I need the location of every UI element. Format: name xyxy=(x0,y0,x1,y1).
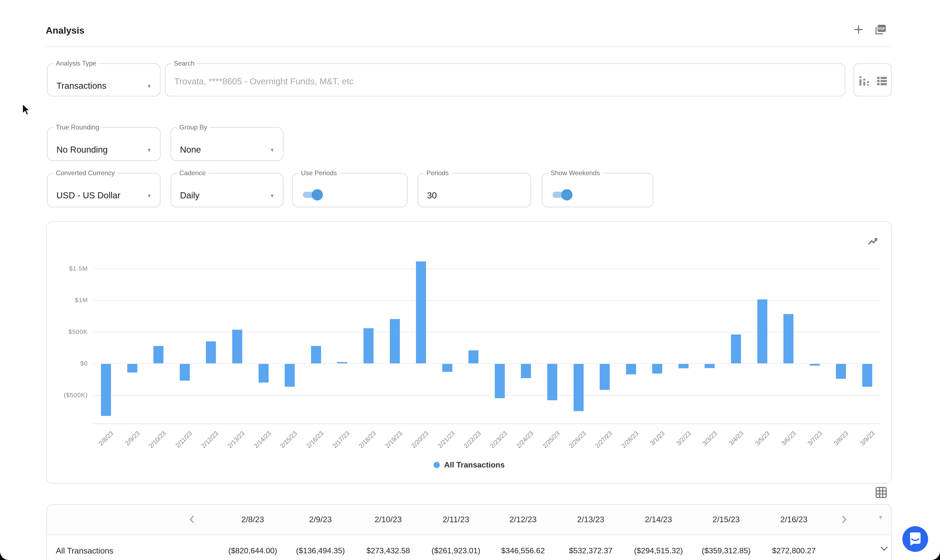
bar-2/27/23[interactable] xyxy=(600,364,610,390)
column-header-2/9/23[interactable]: 2/9/23 xyxy=(309,515,332,524)
x-axis-tick-label: 2/17/23 xyxy=(331,430,351,449)
analysis-type-select[interactable]: Analysis Type Transactions ▼ xyxy=(47,63,161,97)
toggle-knob xyxy=(561,189,573,200)
bar-2/9/23[interactable] xyxy=(127,364,137,372)
periods-label: Periods xyxy=(424,169,451,177)
toggle-knob xyxy=(312,189,323,200)
converted-currency-label: Converted Currency xyxy=(53,169,117,177)
chart-type-button[interactable] xyxy=(866,234,880,248)
column-header-2/11/23[interactable]: 2/11/23 xyxy=(443,515,469,524)
cell-value: $273,432.58 xyxy=(366,546,410,555)
prev-dates-button[interactable] xyxy=(187,514,196,525)
chart-card: All Transactions $1.5M$1M$500K$0($500K)2… xyxy=(46,221,892,483)
column-header-2/13/23[interactable]: 2/13/23 xyxy=(577,515,604,524)
chat-launcher-button[interactable] xyxy=(902,526,929,552)
converted-currency-value: USD - US Dollar xyxy=(56,191,120,200)
show-weekends-toggle[interactable] xyxy=(553,191,574,199)
table-settings-button[interactable] xyxy=(874,485,888,499)
x-axis-tick-label: 3/1/23 xyxy=(648,430,666,447)
bar-3/6/23[interactable] xyxy=(783,314,793,363)
x-axis-tick-label: 2/21/23 xyxy=(436,430,456,449)
search-field[interactable]: Search xyxy=(165,63,845,97)
header-menu-caret-icon[interactable]: ▼ xyxy=(878,514,884,521)
bar-2/15/23[interactable] xyxy=(285,364,295,387)
column-header-2/12/23[interactable]: 2/12/23 xyxy=(509,515,537,524)
add-analysis-button[interactable] xyxy=(853,24,864,35)
bar-2/24/23[interactable] xyxy=(521,364,531,378)
header-divider xyxy=(46,46,892,47)
x-axis-tick-label: 3/3/23 xyxy=(701,430,718,447)
chart-view-button[interactable] xyxy=(857,75,871,87)
x-axis-tick-label: 2/27/23 xyxy=(594,430,613,449)
bar-2/13/23[interactable] xyxy=(232,330,242,363)
group-by-select[interactable]: Group By None ▼ xyxy=(171,127,284,161)
column-header-2/14/23[interactable]: 2/14/23 xyxy=(645,515,672,524)
bar-2/23/23[interactable] xyxy=(495,364,505,398)
bar-2/11/23[interactable] xyxy=(180,364,190,381)
chart-legend[interactable]: All Transactions xyxy=(47,460,891,469)
list-icon xyxy=(877,75,887,86)
bar-3/9/23[interactable] xyxy=(862,364,872,387)
column-header-2/10/23[interactable]: 2/10/23 xyxy=(375,515,402,524)
export-pdf-button[interactable]: PDF xyxy=(873,22,888,37)
bar-3/5/23[interactable] xyxy=(757,299,767,363)
legend-dot-icon xyxy=(434,462,440,468)
bar-2/8/23[interactable] xyxy=(101,364,111,416)
x-axis-tick-label: 3/5/23 xyxy=(754,430,771,447)
bar-2/17/23[interactable] xyxy=(337,362,347,363)
bar-2/12/23[interactable] xyxy=(206,342,216,363)
x-axis-tick-label: 2/18/23 xyxy=(357,430,377,449)
x-axis-tick-label: 3/7/23 xyxy=(806,430,824,447)
analysis-page: Analysis PDF Analysis Type Transactions … xyxy=(0,0,940,560)
bar-3/2/23[interactable] xyxy=(679,364,688,368)
true-rounding-value: No Rounding xyxy=(56,145,108,155)
bar-2/21/23[interactable] xyxy=(442,364,452,372)
column-header-2/16/23[interactable]: 2/16/23 xyxy=(780,515,807,524)
cadence-select[interactable]: Cadence Daily ▼ xyxy=(171,173,284,207)
bar-3/4/23[interactable] xyxy=(731,334,741,363)
bar-2/14/23[interactable] xyxy=(259,364,269,383)
search-input[interactable] xyxy=(174,77,799,86)
bar-2/25/23[interactable] xyxy=(547,364,557,400)
next-dates-button[interactable] xyxy=(840,514,849,525)
bar-2/28/23[interactable] xyxy=(626,364,636,374)
expand-row-button[interactable] xyxy=(879,544,889,554)
table-view-button[interactable] xyxy=(875,75,889,87)
column-header-2/15/23[interactable]: 2/15/23 xyxy=(713,515,740,524)
cell-value: ($261,923.01) xyxy=(431,546,480,555)
column-header-2/8/23[interactable]: 2/8/23 xyxy=(241,515,264,524)
true-rounding-select[interactable]: True Rounding No Rounding ▼ xyxy=(47,127,161,161)
bar-3/8/23[interactable] xyxy=(836,364,846,379)
bar-2/18/23[interactable] xyxy=(364,328,374,363)
bar-3/1/23[interactable] xyxy=(652,364,662,374)
plus-icon xyxy=(854,25,863,34)
bar-2/10/23[interactable] xyxy=(153,346,164,363)
x-axis-tick-label: 2/22/23 xyxy=(463,430,482,449)
bar-2/16/23[interactable] xyxy=(311,346,321,363)
cadence-value: Daily xyxy=(180,191,199,200)
periods-value: 30 xyxy=(427,191,437,200)
periods-field[interactable]: Periods 30 xyxy=(418,173,531,207)
x-axis-tick-label: 2/9/23 xyxy=(124,430,141,447)
gridline xyxy=(93,395,881,396)
x-axis-tick-label: 2/20/23 xyxy=(410,430,430,449)
use-periods-toggle[interactable] xyxy=(303,191,324,199)
x-axis-line xyxy=(93,423,881,424)
bar-2/19/23[interactable] xyxy=(390,319,400,363)
table-row-all-transactions[interactable]: All Transactions ($820,644.00)($136,494.… xyxy=(47,535,891,560)
x-axis-tick-label: 2/8/23 xyxy=(97,430,115,447)
cell-value: $272,800.27 xyxy=(772,546,816,555)
bar-3/7/23[interactable] xyxy=(810,364,820,366)
chevron-down-icon: ▼ xyxy=(147,83,152,89)
bar-2/20/23[interactable] xyxy=(416,262,426,363)
x-axis-tick-label: 2/26/23 xyxy=(568,430,587,449)
chevron-down-icon: ▼ xyxy=(270,193,275,199)
x-axis-tick-label: 3/9/23 xyxy=(859,430,876,447)
y-axis-tick-label: ($500K) xyxy=(47,391,88,398)
bar-2/26/23[interactable] xyxy=(574,364,583,411)
bar-3/3/23[interactable] xyxy=(705,364,715,368)
converted-currency-select[interactable]: Converted Currency USD - US Dollar ▼ xyxy=(47,173,161,207)
bar-2/22/23[interactable] xyxy=(468,350,478,363)
x-axis-tick-label: 2/24/23 xyxy=(515,430,535,449)
show-weekends-label: Show Weekends xyxy=(548,169,602,177)
